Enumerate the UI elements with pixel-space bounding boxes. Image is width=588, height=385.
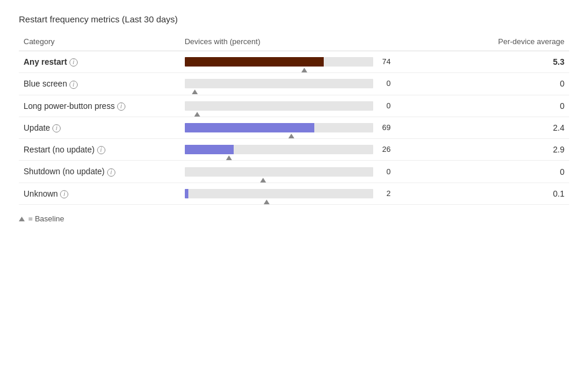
category-label-update: Update xyxy=(24,123,50,132)
bar-cell-long-power-button: 0 xyxy=(180,95,462,117)
bar-value-shutdown-no-update: 0 xyxy=(386,167,390,177)
bar-cell-any-restart: 74 xyxy=(180,51,462,73)
legend-triangle-icon xyxy=(19,217,25,221)
category-cell-restart-no-update: Restart (no update)i xyxy=(19,139,180,161)
info-icon-blue-screen[interactable]: i xyxy=(69,81,78,89)
bar-value-unknown: 2 xyxy=(386,189,390,198)
per-device-cell-update: 2.4 xyxy=(462,117,569,138)
info-icon-shutdown-no-update[interactable]: i xyxy=(107,168,115,177)
bar-cell-blue-screen: 0 xyxy=(180,73,462,95)
table-row-shutdown-no-update: Shutdown (no update)i00 xyxy=(19,161,569,182)
per-device-cell-unknown: 0.1 xyxy=(462,182,569,204)
bar-container-long-power-button: 0 xyxy=(185,101,373,111)
per-device-cell-long-power-button: 0 xyxy=(462,95,569,117)
bar-value-update: 69 xyxy=(382,123,390,132)
bar-fill-restart-no-update xyxy=(185,145,234,154)
bar-cell-update: 69 xyxy=(180,117,462,138)
baseline-triangle-shutdown-no-update xyxy=(260,178,266,182)
bar-fill-update xyxy=(185,123,315,132)
baseline-triangle-restart-no-update xyxy=(226,155,232,160)
category-cell-any-restart: Any restarti xyxy=(19,51,180,73)
category-cell-shutdown-no-update: Shutdown (no update)i xyxy=(19,161,180,182)
bar-track-blue-screen: 0 xyxy=(185,79,373,88)
legend: = Baseline xyxy=(19,214,569,223)
bar-track-any-restart: 74 xyxy=(185,57,373,67)
bar-fill-any-restart xyxy=(185,57,324,67)
table-row-long-power-button: Long power-button pressi00 xyxy=(19,95,569,117)
bar-track-unknown: 2 xyxy=(185,189,373,198)
category-label-unknown: Unknown xyxy=(24,189,58,198)
bar-container-restart-no-update: 26 xyxy=(185,145,373,154)
baseline-triangle-update xyxy=(288,134,294,138)
baseline-marker-update xyxy=(288,134,294,138)
category-cell-blue-screen: Blue screeni xyxy=(19,73,180,95)
baseline-marker-blue-screen xyxy=(192,89,198,94)
table-row-restart-no-update: Restart (no update)i262.9 xyxy=(19,139,569,161)
baseline-triangle-unknown xyxy=(264,200,270,204)
baseline-marker-any-restart xyxy=(301,68,307,72)
info-icon-update[interactable]: i xyxy=(52,124,61,132)
table-row-unknown: Unknowni20.1 xyxy=(19,182,569,204)
category-label-any-restart: Any restart xyxy=(24,57,67,67)
category-label-shutdown-no-update: Shutdown (no update) xyxy=(24,167,105,176)
table-row-blue-screen: Blue screeni00 xyxy=(19,73,569,95)
bar-track-restart-no-update: 26 xyxy=(185,145,373,154)
bar-container-shutdown-no-update: 0 xyxy=(185,167,373,177)
bar-container-any-restart: 74 xyxy=(185,57,373,67)
category-label-restart-no-update: Restart (no update) xyxy=(24,145,95,154)
bar-value-long-power-button: 0 xyxy=(386,101,390,111)
bar-track-update: 69 xyxy=(185,123,373,132)
col-header-devices: Devices with (percent) xyxy=(180,34,462,51)
metrics-table: Category Devices with (percent) Per-devi… xyxy=(19,34,569,205)
info-icon-long-power-button[interactable]: i xyxy=(117,102,125,111)
bar-track-shutdown-no-update: 0 xyxy=(185,167,373,177)
category-label-blue-screen: Blue screen xyxy=(24,79,67,88)
bar-container-unknown: 2 xyxy=(185,189,373,198)
bar-value-blue-screen: 0 xyxy=(386,79,390,88)
legend-label: = Baseline xyxy=(28,214,64,223)
category-cell-unknown: Unknowni xyxy=(19,182,180,204)
baseline-triangle-long-power-button xyxy=(194,112,200,117)
baseline-triangle-any-restart xyxy=(301,68,307,72)
baseline-marker-shutdown-no-update xyxy=(260,178,266,182)
info-icon-unknown[interactable]: i xyxy=(60,190,68,198)
bar-track-long-power-button: 0 xyxy=(185,101,373,111)
per-device-cell-restart-no-update: 2.9 xyxy=(462,139,569,161)
table-row-any-restart: Any restarti745.3 xyxy=(19,51,569,73)
category-cell-long-power-button: Long power-button pressi xyxy=(19,95,180,117)
bar-container-update: 69 xyxy=(185,123,373,132)
bar-value-restart-no-update: 26 xyxy=(382,145,390,154)
table-row-update: Updatei692.4 xyxy=(19,117,569,138)
baseline-marker-unknown xyxy=(264,200,270,204)
bar-cell-restart-no-update: 26 xyxy=(180,139,462,161)
per-device-cell-shutdown-no-update: 0 xyxy=(462,161,569,182)
category-cell-update: Updatei xyxy=(19,117,180,138)
bar-value-any-restart: 74 xyxy=(382,57,390,67)
widget-title: Restart frequency metrics (Last 30 days) xyxy=(19,14,569,24)
bar-cell-shutdown-no-update: 0 xyxy=(180,161,462,182)
info-icon-restart-no-update[interactable]: i xyxy=(97,146,105,154)
baseline-marker-restart-no-update xyxy=(226,155,232,160)
per-device-cell-blue-screen: 0 xyxy=(462,73,569,95)
bar-cell-unknown: 2 xyxy=(180,182,462,204)
per-device-cell-any-restart: 5.3 xyxy=(462,51,569,73)
baseline-marker-long-power-button xyxy=(194,112,200,117)
info-icon-any-restart[interactable]: i xyxy=(69,58,78,67)
bar-fill-unknown xyxy=(185,189,188,198)
bar-container-blue-screen: 0 xyxy=(185,79,373,88)
col-header-per-device: Per-device average xyxy=(462,34,569,51)
col-header-category: Category xyxy=(19,34,180,51)
baseline-triangle-blue-screen xyxy=(192,89,198,94)
category-label-long-power-button: Long power-button press xyxy=(24,101,115,111)
